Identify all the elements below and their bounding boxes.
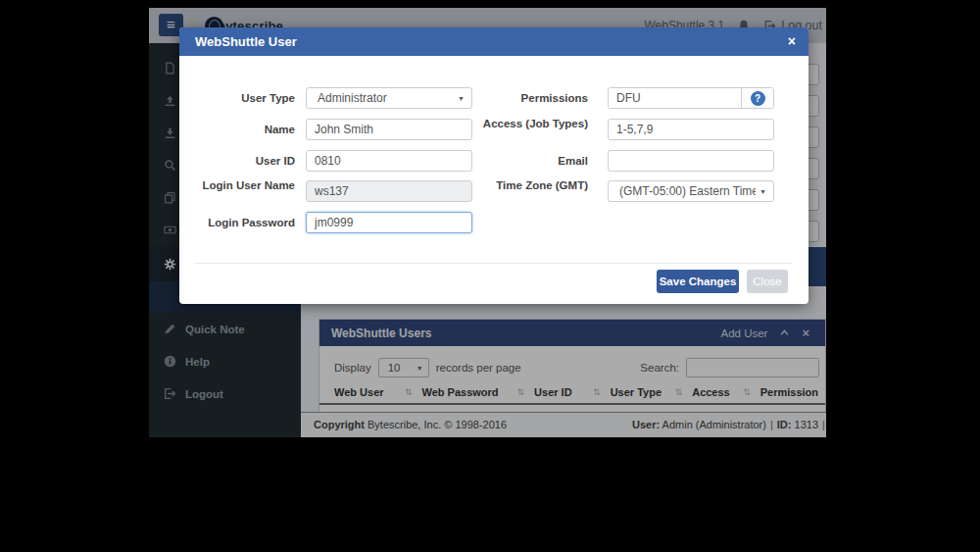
- access-job-types-field[interactable]: [608, 119, 774, 140]
- user-id-label: User ID: [187, 155, 295, 168]
- question-help-icon[interactable]: ?: [751, 91, 765, 106]
- user-type-select[interactable]: Administrator ▼: [306, 87, 472, 109]
- modal-close-icon[interactable]: ×: [788, 27, 796, 55]
- email-field[interactable]: [608, 150, 774, 172]
- time-zone-select[interactable]: (GMT-05:00) Eastern Time (US ▼: [608, 180, 774, 202]
- permissions-label: Permissions: [480, 92, 588, 105]
- chevron-down-icon: ▼: [760, 188, 766, 195]
- modal-header: WebShuttle User ×: [179, 27, 808, 56]
- permissions-group: ?: [608, 87, 774, 109]
- permissions-field[interactable]: [609, 88, 741, 108]
- letterbox-background: ≡ bytescribe WebShuttle 3.1 Log out: [0, 0, 980, 552]
- email-label: Email: [480, 155, 588, 168]
- app-window: ≡ bytescribe WebShuttle 3.1 Log out: [149, 8, 826, 437]
- time-zone-label: Time Zone (GMT): [480, 179, 588, 192]
- login-user-name-field: [306, 180, 472, 202]
- login-user-name-label: Login User Name: [187, 179, 295, 192]
- user-id-field[interactable]: [306, 150, 472, 172]
- access-job-types-label: Access (Job Types): [480, 118, 588, 130]
- close-button[interactable]: Close: [747, 270, 788, 293]
- webshuttle-user-modal: WebShuttle User × User Type Administrato…: [179, 27, 808, 304]
- save-changes-button[interactable]: Save Changes: [657, 270, 739, 293]
- chevron-down-icon: ▼: [458, 95, 465, 102]
- login-password-label: Login Password: [187, 217, 295, 229]
- modal-footer-divider: [195, 263, 793, 264]
- user-type-label: User Type: [187, 92, 295, 105]
- name-label: Name: [187, 124, 295, 136]
- name-field[interactable]: [306, 119, 472, 140]
- modal-title: WebShuttle User: [195, 27, 297, 56]
- permissions-help-addon[interactable]: ?: [741, 88, 773, 108]
- login-password-field[interactable]: [306, 212, 472, 233]
